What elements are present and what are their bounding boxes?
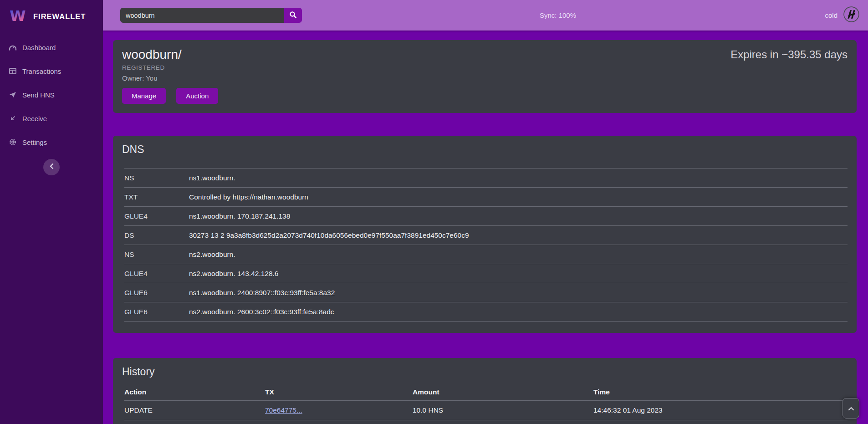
history-action: UPDATE [124, 401, 265, 420]
dns-record-value: ns1.woodburn. [189, 174, 848, 182]
chevron-left-icon [49, 163, 54, 171]
brand-name: FIREWALLET [33, 12, 86, 21]
sidebar: W FIREWALLET Dashboard Transact [0, 0, 103, 424]
dns-record-row: GLUE4 ns2.woodburn. 143.42.128.6 [124, 264, 848, 283]
dns-record-type: DS [124, 231, 189, 239]
history-col-amount: Amount [413, 384, 593, 401]
history-row: RENEW 478e9c4... 10.0 HNS 15:47:36 05 Fe… [124, 420, 848, 424]
history-col-time: Time [593, 384, 848, 401]
wallet-group: cold [825, 6, 860, 25]
sidebar-collapse-button[interactable] [43, 159, 60, 175]
dns-record-value: ns1.woodburn. 2400:8907::f03c:93ff:fe5a:… [189, 289, 848, 296]
chevron-up-icon [848, 404, 854, 413]
domain-card: woodburn/ REGISTERED Owner: You Manage A… [113, 40, 857, 113]
history-col-tx: TX [265, 384, 413, 401]
handshake-logo-icon[interactable] [843, 6, 860, 25]
brand[interactable]: W FIREWALLET [0, 0, 103, 28]
dns-record-row: GLUE6 ns2.woodburn. 2600:3c02::f03c:93ff… [124, 302, 848, 321]
dns-record-type: GLUE6 [124, 308, 189, 316]
history-time: 15:47:36 05 Feb 2023 [593, 420, 848, 424]
dns-record-type: GLUE4 [124, 212, 189, 220]
history-rows: UPDATE 70e64775... 10.0 HNS 14:46:32 01 … [124, 401, 848, 424]
search-icon [289, 11, 297, 20]
sidebar-item-receive[interactable]: Receive [0, 107, 103, 130]
manage-button[interactable]: Manage [122, 88, 166, 104]
settings-icon [8, 138, 17, 146]
receive-icon [8, 115, 17, 122]
search-button[interactable] [284, 8, 302, 23]
sidebar-item-label: Settings [22, 138, 47, 146]
history-amount: 10.0 HNS [413, 401, 593, 420]
sidebar-item-label: Receive [22, 115, 47, 123]
dns-record-value: 30273 13 2 9a3a8fb3d625d2a2073d740f10da6… [189, 231, 848, 239]
dns-record-value: ns2.woodburn. 2600:3c02::f03c:93ff:fe5a:… [189, 308, 848, 316]
svg-text:W: W [10, 7, 26, 25]
dns-record-row: NS ns1.woodburn. [124, 168, 848, 187]
dns-record-type: TXT [124, 193, 189, 201]
history-col-action: Action [124, 384, 265, 401]
dns-record-value: ns2.woodburn. 143.42.128.6 [189, 270, 848, 277]
dns-record-type: GLUE6 [124, 289, 189, 296]
dns-card: DNS NS ns1.woodburn. TXT Controlled by h… [113, 136, 857, 333]
domain-owner: Owner: You [122, 74, 848, 82]
dns-record-type: NS [124, 250, 189, 258]
history-time: 14:46:32 01 Aug 2023 [593, 401, 848, 420]
wallet-name: cold [825, 11, 837, 19]
dns-record-type: GLUE4 [124, 270, 189, 277]
history-header-row: Action TX Amount Time [124, 384, 848, 401]
sidebar-item-label: Dashboard [22, 44, 56, 51]
dns-record-row: NS ns2.woodburn. [124, 245, 848, 264]
history-row: UPDATE 70e64775... 10.0 HNS 14:46:32 01 … [124, 401, 848, 420]
send-icon [8, 92, 17, 98]
dns-record-row: DS 30273 13 2 9a3a8fb3d625d2a2073d740f10… [124, 225, 848, 245]
sidebar-item-send-hns[interactable]: Send HNS [0, 83, 103, 107]
history-card: History Action TX Amount Time UPDATE 70e… [113, 358, 857, 424]
sidebar-item-transactions[interactable]: Transactions [0, 59, 103, 83]
dns-record-row: GLUE4 ns1.woodburn. 170.187.241.138 [124, 206, 848, 225]
dashboard-icon [8, 44, 17, 51]
sidebar-item-dashboard[interactable]: Dashboard [0, 36, 103, 59]
topbar: Sync: 100% cold [103, 0, 868, 31]
domain-actions: Manage Auction [122, 88, 848, 104]
dns-record-row: GLUE6 ns1.woodburn. 2400:8907::f03c:93ff… [124, 283, 848, 302]
firewallet-logo-icon: W [8, 6, 27, 27]
search-input[interactable] [120, 8, 284, 23]
transactions-icon [8, 68, 17, 74]
dns-heading: DNS [122, 143, 848, 156]
sidebar-nav: Dashboard Transactions Send HNS [0, 36, 103, 154]
history-heading: History [122, 365, 848, 378]
history-action: RENEW [124, 420, 265, 424]
main-content: woodburn/ REGISTERED Owner: You Manage A… [103, 31, 868, 424]
dns-table: NS ns1.woodburn. TXT Controlled by https… [124, 168, 848, 322]
dns-record-value: Controlled by https://nathan.woodburn [189, 193, 848, 201]
tx-link[interactable]: 70e64775... [265, 406, 302, 414]
search-group [120, 8, 302, 23]
sidebar-item-label: Transactions [22, 67, 61, 75]
expires-label: Expires in ~395.35 days [730, 48, 848, 61]
auction-button[interactable]: Auction [176, 88, 218, 104]
scroll-to-top-button[interactable] [842, 398, 859, 419]
dns-record-value: ns2.woodburn. [189, 250, 848, 258]
history-amount: 10.0 HNS [413, 420, 593, 424]
domain-status-badge: REGISTERED [122, 64, 848, 71]
dns-record-row: TXT Controlled by https://nathan.woodbur… [124, 187, 848, 206]
sidebar-item-settings[interactable]: Settings [0, 130, 103, 154]
sidebar-item-label: Send HNS [22, 91, 55, 99]
sync-status: Sync: 100% [540, 11, 576, 19]
dns-record-type: NS [124, 174, 189, 182]
history-table: Action TX Amount Time UPDATE 70e64775...… [124, 384, 848, 424]
dns-record-value: ns1.woodburn. 170.187.241.138 [189, 212, 848, 220]
